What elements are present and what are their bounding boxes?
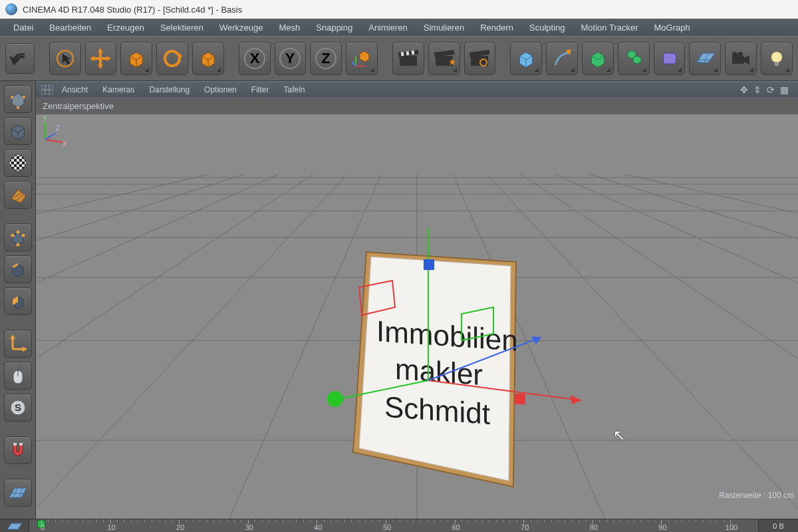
vpmenu-tafeln[interactable]: Tafeln — [277, 83, 311, 96]
svg-line-104 — [36, 173, 282, 519]
mouse-tool-button[interactable] — [4, 362, 32, 390]
titlebar: CINEMA 4D R17.048 Studio (R17) - [Schild… — [0, 0, 798, 19]
timeline[interactable]: 0102030405060708090100 0 B — [0, 519, 798, 532]
uv-poly-button[interactable] — [4, 181, 32, 209]
vpmenu-kameras[interactable]: Kameras — [96, 83, 140, 96]
deformer-icon — [659, 48, 680, 69]
svg-marker-118 — [571, 395, 581, 404]
make-editable-button[interactable] — [4, 85, 32, 113]
edge-mode-button[interactable] — [4, 255, 32, 283]
timeline-ruler[interactable]: 0102030405060708090100 — [29, 519, 758, 533]
menu-motiontracker[interactable]: Motion Tracker — [575, 21, 645, 35]
svg-point-60 — [10, 155, 26, 171]
vpmenu-darstellung[interactable]: Darstellung — [143, 83, 196, 96]
svg-text:Y: Y — [285, 50, 295, 66]
window-title: CINEMA 4D R17.048 Studio (R17) - [Schild… — [23, 5, 242, 15]
svg-marker-50 — [12, 93, 24, 108]
vp-maximize-icon[interactable]: ▦ — [780, 84, 789, 95]
menu-simulieren[interactable]: Simulieren — [417, 21, 471, 35]
svg-text:X: X — [249, 50, 259, 66]
move-button[interactable] — [85, 42, 117, 75]
timeline-toggle-button[interactable] — [0, 519, 29, 533]
recent-tool-button[interactable] — [192, 42, 224, 75]
axis-z-button[interactable]: Z — [310, 42, 342, 75]
svg-point-48 — [771, 52, 782, 63]
vp-zoom-icon[interactable]: ⇕ — [753, 84, 761, 95]
clapper-icon — [398, 49, 419, 68]
svg-line-126 — [45, 133, 56, 140]
axis-tool-button[interactable] — [4, 330, 32, 358]
svg-marker-45 — [744, 55, 749, 65]
menu-rendern[interactable]: Rendern — [473, 21, 520, 35]
snap-s-button[interactable]: S — [4, 394, 32, 422]
svg-point-9 — [165, 51, 180, 66]
add-nurbs-button[interactable] — [582, 42, 614, 75]
live-select-button[interactable] — [49, 42, 81, 75]
svg-marker-39 — [633, 56, 641, 64]
viewport-panel: Ansicht Kameras Darstellung Optionen Fil… — [36, 81, 798, 519]
recent-cube-icon — [198, 49, 218, 68]
axis-y-button[interactable]: Y — [275, 42, 307, 75]
menu-mograph[interactable]: MoGraph — [648, 21, 697, 35]
menu-selektieren[interactable]: Selektieren — [154, 21, 210, 35]
texture-mode-button[interactable] — [4, 149, 32, 177]
rotate-button[interactable] — [156, 42, 188, 75]
svg-marker-76 — [23, 346, 27, 352]
palette-icon — [8, 485, 28, 500]
add-spline-button[interactable] — [546, 42, 578, 75]
polygon-mode-button[interactable] — [4, 287, 32, 315]
menu-bearbeiten[interactable]: Bearbeiten — [43, 21, 98, 35]
add-camera-button[interactable] — [725, 42, 757, 75]
menu-sculpting[interactable]: Sculpting — [523, 21, 571, 35]
grid-toggle-icon[interactable] — [41, 85, 53, 94]
texture-palette-button[interactable] — [4, 479, 32, 507]
svg-rect-49 — [775, 62, 779, 66]
texture-icon — [9, 154, 27, 172]
svg-text:★: ★ — [448, 57, 455, 67]
camera-icon — [730, 51, 752, 66]
sign-object[interactable]: Immobilien makler Schmidt — [353, 252, 518, 487]
menu-werkzeuge[interactable]: Werkzeuge — [213, 21, 270, 35]
model-mode-button[interactable] — [4, 117, 32, 145]
svg-line-110 — [585, 173, 798, 519]
render-settings-button[interactable] — [464, 42, 496, 75]
add-floor-button[interactable] — [689, 42, 721, 75]
undo-button[interactable] — [5, 43, 35, 74]
menu-animieren[interactable]: Animieren — [362, 21, 414, 35]
svg-rect-113 — [36, 114, 798, 174]
menu-erzeugen[interactable]: Erzeugen — [100, 21, 151, 35]
vpmenu-ansicht[interactable]: Ansicht — [56, 83, 94, 96]
svg-line-111 — [36, 173, 215, 519]
svg-line-101 — [202, 173, 382, 519]
viewport-3d[interactable]: Immobilien makler Schmidt — [36, 114, 798, 519]
svg-marker-5 — [90, 56, 94, 61]
scale-cube-icon — [126, 49, 146, 68]
pen-icon — [551, 48, 573, 69]
svg-text:S: S — [14, 402, 21, 413]
axis-x-button[interactable]: X — [239, 42, 271, 75]
menu-snapping[interactable]: Snapping — [309, 21, 359, 35]
snap-magnet-button[interactable] — [4, 436, 32, 464]
menu-mesh[interactable]: Mesh — [272, 21, 307, 35]
editable-icon — [8, 89, 28, 109]
render-view-button[interactable] — [392, 42, 424, 75]
model-icon — [8, 121, 28, 141]
svg-marker-19 — [360, 51, 369, 62]
render-pv-button[interactable]: ★ — [428, 42, 460, 75]
add-array-button[interactable] — [618, 42, 650, 75]
point-mode-button[interactable] — [4, 223, 32, 251]
coord-system-button[interactable] — [346, 42, 378, 75]
menu-datei[interactable]: Datei — [7, 21, 40, 35]
vpmenu-optionen[interactable]: Optionen — [198, 83, 243, 96]
vp-move-icon[interactable]: ✥ — [740, 84, 748, 95]
gizmo-plane-xz[interactable] — [424, 259, 434, 270]
add-light-button[interactable] — [761, 42, 793, 75]
add-deformer-button[interactable] — [654, 42, 686, 75]
rotate-icon — [161, 47, 184, 70]
gizmo-plane-yz[interactable] — [515, 394, 525, 404]
snap-s-icon: S — [9, 398, 27, 417]
vp-rotate-icon[interactable]: ⟳ — [767, 84, 775, 95]
add-cube-button[interactable] — [510, 42, 542, 75]
vpmenu-filter[interactable]: Filter — [245, 83, 275, 96]
scale-button[interactable] — [120, 42, 152, 75]
